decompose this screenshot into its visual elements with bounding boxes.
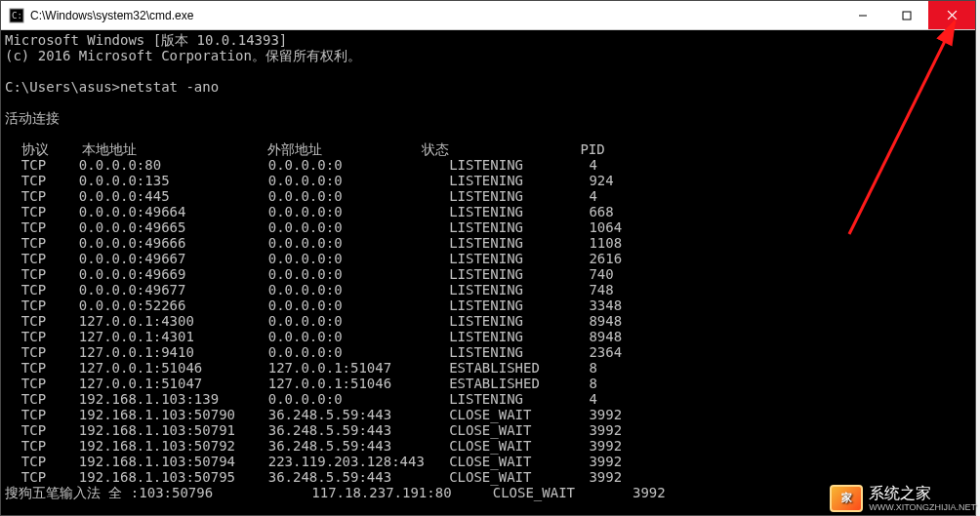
watermark: 家 系统之家 WWW.XITONGZHIJIA.NET [830, 484, 976, 512]
close-button[interactable] [928, 1, 975, 29]
svg-rect-3 [903, 12, 911, 20]
maximize-button[interactable] [884, 1, 928, 29]
minimize-button[interactable] [840, 1, 884, 29]
cmd-window: C: C:\Windows\system32\cmd.exe Microsoft… [0, 0, 976, 516]
cmd-icon: C: [9, 8, 24, 23]
window-controls [840, 1, 975, 29]
titlebar[interactable]: C: C:\Windows\system32\cmd.exe [1, 1, 975, 30]
terminal-output[interactable]: Microsoft Windows [版本 10.0.14393] (c) 20… [1, 30, 975, 515]
svg-text:C:: C: [12, 11, 22, 20]
watermark-text: 系统之家 [869, 485, 931, 501]
watermark-icon: 家 [830, 485, 863, 512]
window-title: C:\Windows\system32\cmd.exe [30, 9, 840, 22]
watermark-sub: WWW.XITONGZHIJIA.NET [869, 502, 976, 512]
